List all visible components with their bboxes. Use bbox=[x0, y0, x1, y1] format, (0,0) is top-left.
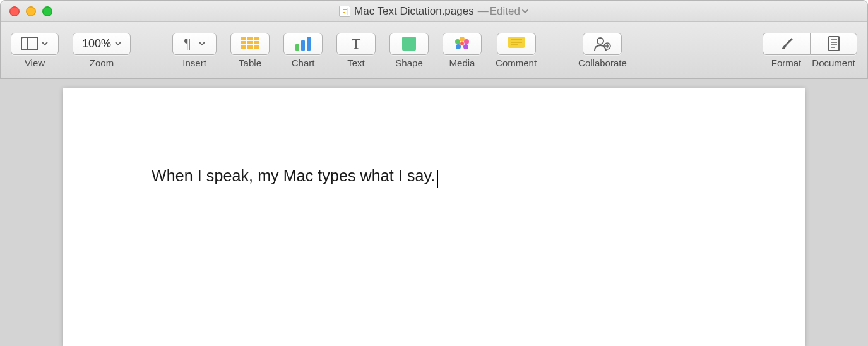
media-label: Media bbox=[449, 57, 475, 68]
shape-square-icon bbox=[402, 37, 416, 51]
collaborate-label: Collaborate bbox=[578, 57, 627, 68]
toolbar: View 100% Zoom ¶ Insert bbox=[1, 22, 867, 79]
svg-rect-1 bbox=[343, 9, 347, 10]
chevron-down-icon bbox=[521, 8, 529, 15]
svg-point-16 bbox=[464, 39, 469, 44]
traffic-lights bbox=[9, 6, 52, 16]
insert-label: Insert bbox=[182, 57, 206, 68]
shape-button[interactable] bbox=[389, 33, 429, 55]
view-label: View bbox=[25, 57, 45, 68]
photos-flower-icon bbox=[454, 36, 470, 51]
document-icon bbox=[339, 6, 350, 17]
svg-rect-4 bbox=[21, 37, 38, 50]
document-body-text[interactable]: When I speak, my Mac types what I say. bbox=[152, 167, 435, 184]
svg-rect-29 bbox=[829, 37, 839, 51]
svg-point-19 bbox=[455, 39, 460, 44]
table-icon bbox=[241, 37, 259, 51]
svg-point-18 bbox=[456, 44, 461, 49]
comment-button[interactable] bbox=[497, 33, 536, 55]
table-button[interactable] bbox=[230, 33, 270, 55]
pilcrow-icon: ¶ bbox=[184, 35, 191, 52]
fullscreen-window-button[interactable] bbox=[42, 6, 52, 16]
collaborate-button[interactable] bbox=[583, 33, 622, 55]
chart-icon bbox=[294, 37, 312, 51]
document-icon bbox=[828, 36, 840, 51]
svg-point-17 bbox=[463, 44, 468, 49]
chevron-down-icon bbox=[115, 40, 121, 47]
text-t-icon: T bbox=[352, 35, 361, 52]
format-label: Format bbox=[771, 57, 802, 68]
zoom-button[interactable]: 100% bbox=[73, 33, 131, 55]
chevron-down-icon bbox=[199, 40, 205, 47]
window-titlebar: Mac Text Dictation.pages — Edited bbox=[1, 1, 867, 22]
insert-button[interactable]: ¶ bbox=[172, 33, 217, 55]
svg-rect-7 bbox=[241, 41, 259, 44]
svg-rect-2 bbox=[343, 11, 347, 11]
chevron-down-icon bbox=[42, 40, 48, 47]
svg-point-15 bbox=[460, 37, 465, 42]
window-title: Mac Text Dictation.pages bbox=[354, 5, 474, 18]
view-panels-icon bbox=[21, 37, 38, 50]
svg-rect-6 bbox=[241, 37, 259, 40]
window-title-area[interactable]: Mac Text Dictation.pages — Edited bbox=[339, 5, 529, 18]
window-edited-status: Edited bbox=[490, 5, 520, 18]
paintbrush-icon bbox=[779, 37, 794, 51]
collaborate-icon bbox=[593, 37, 611, 51]
format-button[interactable] bbox=[763, 33, 810, 55]
svg-point-20 bbox=[460, 42, 464, 45]
svg-point-25 bbox=[597, 38, 603, 44]
close-window-button[interactable] bbox=[9, 6, 20, 16]
svg-rect-11 bbox=[295, 44, 299, 51]
document-page[interactable]: When I speak, my Mac types what I say. bbox=[63, 88, 805, 346]
minimize-window-button[interactable] bbox=[26, 6, 36, 16]
svg-rect-8 bbox=[241, 45, 259, 49]
svg-rect-14 bbox=[402, 37, 416, 51]
zoom-value: 100% bbox=[82, 37, 111, 51]
text-label: Text bbox=[347, 57, 365, 68]
document-label: Document bbox=[812, 57, 855, 68]
text-button[interactable]: T bbox=[336, 33, 376, 55]
text-cursor bbox=[437, 170, 438, 188]
table-label: Table bbox=[239, 57, 261, 68]
document-background: When I speak, my Mac types what I say. bbox=[0, 79, 868, 346]
view-button[interactable] bbox=[11, 33, 59, 55]
svg-rect-13 bbox=[307, 37, 311, 51]
zoom-label: Zoom bbox=[90, 57, 114, 68]
chart-label: Chart bbox=[292, 57, 315, 68]
comment-icon bbox=[508, 37, 525, 51]
svg-rect-3 bbox=[343, 12, 345, 13]
shape-label: Shape bbox=[395, 57, 422, 68]
document-button[interactable] bbox=[810, 33, 857, 55]
chart-button[interactable] bbox=[283, 33, 323, 55]
svg-rect-12 bbox=[301, 40, 305, 51]
media-button[interactable] bbox=[443, 33, 482, 55]
comment-label: Comment bbox=[496, 57, 537, 68]
